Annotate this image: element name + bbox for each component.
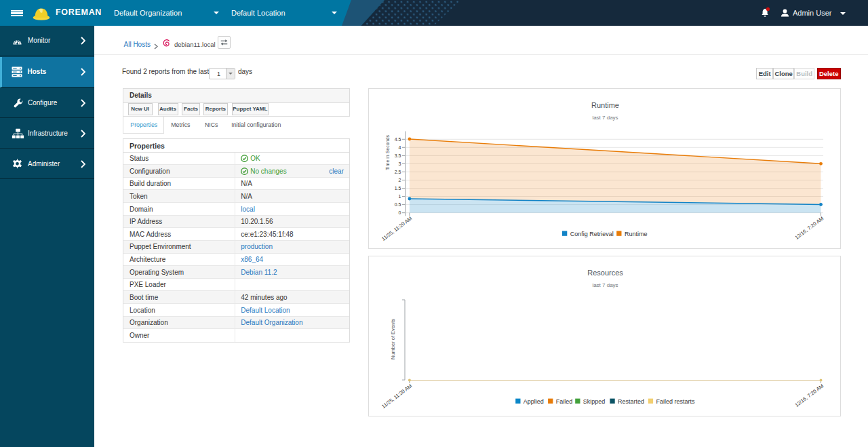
svg-text:0.5: 0.5	[395, 202, 401, 207]
svg-text:4: 4	[399, 145, 401, 150]
svg-text:Skipped: Skipped	[583, 398, 606, 405]
svg-text:Failed: Failed	[556, 398, 573, 405]
svg-text:12/16, 7:20 AM: 12/16, 7:20 AM	[793, 383, 825, 408]
svg-text:Failed restarts: Failed restarts	[656, 398, 695, 405]
svg-text:Applied: Applied	[524, 398, 544, 405]
svg-text:3.5: 3.5	[395, 153, 401, 158]
svg-text:1.5: 1.5	[395, 186, 401, 191]
svg-text:Runtime: Runtime	[591, 101, 619, 109]
svg-text:Config Retrieval: Config Retrieval	[570, 231, 614, 237]
svg-text:1: 1	[399, 194, 401, 199]
svg-text:2: 2	[399, 178, 401, 182]
svg-text:Resources: Resources	[587, 269, 623, 277]
svg-text:last 7 days: last 7 days	[592, 115, 618, 121]
svg-text:0: 0	[399, 210, 401, 215]
svg-text:Runtime: Runtime	[625, 231, 648, 237]
svg-text:last 7 days: last 7 days	[592, 282, 618, 288]
svg-text:Time in Seconds: Time in Seconds	[385, 135, 390, 170]
svg-text:11/25, 11:20 AM: 11/25, 11:20 AM	[380, 383, 413, 409]
svg-text:4.5: 4.5	[395, 137, 401, 142]
svg-text:2.5: 2.5	[395, 170, 401, 174]
svg-text:Restarted: Restarted	[618, 398, 644, 405]
svg-text:11/25, 11:20 AM: 11/25, 11:20 AM	[380, 215, 413, 241]
svg-text:Number of Events: Number of Events	[390, 319, 396, 359]
svg-text:3: 3	[399, 161, 401, 166]
svg-text:12/16, 7:20 AM: 12/16, 7:20 AM	[793, 215, 825, 241]
